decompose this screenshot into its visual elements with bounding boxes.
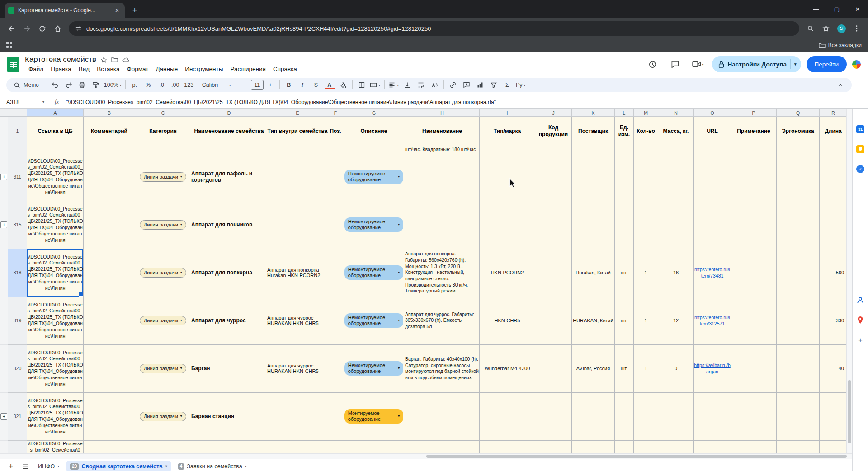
all-sheets-icon[interactable] <box>19 460 32 471</box>
header-cell-G[interactable]: Описание <box>343 117 405 146</box>
header-cell-A[interactable]: Ссылка в ЦБ <box>27 117 84 146</box>
cell-Q315[interactable] <box>777 201 820 249</box>
share-caret-icon[interactable]: ▾ <box>794 62 797 66</box>
dropdown-chip[interactable]: Монтируемое оборудование▾ <box>344 409 404 424</box>
cell-E319[interactable]: Аппарат для чуррос HURAKAN HKN-CHR5 <box>267 297 328 344</box>
row-header-321[interactable]: 321 <box>8 392 27 440</box>
cell-A321[interactable]: \\DSCLOUD\00_Processes_bim\02_Семейства\… <box>27 392 84 440</box>
header-cell-D[interactable]: Наименование семейства <box>191 117 267 146</box>
menu-Формат[interactable]: Формат <box>123 65 152 73</box>
tab-close-icon[interactable]: ✕ <box>113 6 121 14</box>
header-cell-I[interactable]: Тип/марка <box>480 117 535 146</box>
insert-comment-icon[interactable] <box>460 79 473 91</box>
cell-J319[interactable] <box>535 297 572 344</box>
vertical-scrollbar-thumb[interactable] <box>848 380 851 443</box>
cell-M[interactable] <box>634 146 658 153</box>
functions-button[interactable]: Σ <box>500 79 514 91</box>
cell-J[interactable] <box>535 146 572 153</box>
column-header-A[interactable]: A <box>27 109 84 117</box>
column-header-G[interactable]: G <box>343 109 405 117</box>
expand-group-button[interactable]: + <box>0 413 7 420</box>
cell-K[interactable] <box>572 440 615 453</box>
cell-O[interactable] <box>694 440 731 453</box>
header-cell-R[interactable]: Длина <box>820 117 847 146</box>
cell-C319[interactable]: Линия раздачи▾ <box>135 297 191 344</box>
cell-F[interactable] <box>328 146 343 153</box>
cell-O[interactable] <box>694 146 731 153</box>
row-header-320[interactable]: 320 <box>8 344 27 392</box>
column-header-H[interactable]: H <box>405 109 480 117</box>
cell-F[interactable] <box>328 440 343 453</box>
cell-F311[interactable] <box>328 153 343 201</box>
cell-H319[interactable]: Аппарат для чуррос. Габариты: 305x330x67… <box>405 297 480 344</box>
go-button[interactable]: Перейти <box>807 56 847 72</box>
chip-caret-icon[interactable]: ▾ <box>180 414 182 419</box>
home-icon[interactable] <box>50 21 65 36</box>
column-header-O[interactable]: O <box>694 109 731 117</box>
cell-A318[interactable]: \\DSCLOUD\00_Processes_bim\02_Семейства\… <box>27 249 84 297</box>
cell-M320[interactable]: 1 <box>634 344 658 392</box>
fill-color-icon[interactable] <box>336 79 350 91</box>
cell-E311[interactable] <box>267 153 328 201</box>
cell-K318[interactable]: Hurakan, Китай <box>572 249 615 297</box>
header-cell-E[interactable]: Тип внутри семейства <box>267 117 328 146</box>
keep-icon[interactable] <box>856 145 864 153</box>
horizontal-align-icon[interactable]: ▾ <box>387 79 401 91</box>
cell-R320[interactable]: 40 <box>820 344 847 392</box>
sheet-tab-active[interactable]: 20 Сводная картотека семейств ▾ <box>66 459 171 471</box>
sheet-tab-info[interactable]: ИНФО ▾ <box>33 459 64 471</box>
header-cell-L[interactable]: Ед. изм. <box>615 117 634 146</box>
apps-grid-icon[interactable] <box>6 42 13 48</box>
cell-E315[interactable] <box>267 201 328 249</box>
menu-Инструменты[interactable]: Инструменты <box>181 65 226 73</box>
chip-caret-icon[interactable]: ▾ <box>398 414 400 419</box>
dropdown-chip[interactable]: Линия раздачи▾ <box>140 172 186 182</box>
toolbar-search-menu[interactable]: Меню <box>11 82 43 89</box>
strikethrough-button[interactable]: S <box>309 79 323 91</box>
cell-K321[interactable] <box>572 392 615 440</box>
collapse-toolbar-icon[interactable] <box>834 79 847 91</box>
vertical-scrollbar[interactable] <box>846 109 852 453</box>
cell-L318[interactable]: шт. <box>615 249 634 297</box>
cell-link[interactable]: https://entero.ru/item/312571 <box>694 315 730 326</box>
cell-R311[interactable] <box>820 153 847 201</box>
cell-G[interactable] <box>343 146 405 153</box>
cell-D315[interactable]: Аппарат для пончиков <box>191 201 267 249</box>
cell-P311[interactable] <box>731 153 777 201</box>
cell-H315[interactable] <box>405 201 480 249</box>
filter-icon[interactable] <box>487 79 500 91</box>
cell-M[interactable] <box>634 440 658 453</box>
borders-icon[interactable] <box>355 79 368 91</box>
text-rotation-icon[interactable] <box>428 79 441 91</box>
column-header-M[interactable]: M <box>634 109 658 117</box>
row-header-315[interactable]: 315 <box>8 201 27 249</box>
cell-J315[interactable] <box>535 201 572 249</box>
cell-A[interactable]: \\DSCLOUD\00_Processes_bim\02_Семейства\… <box>27 440 84 453</box>
chip-caret-icon[interactable]: ▾ <box>180 174 182 179</box>
decrease-decimals-button[interactable]: .0 <box>155 79 169 91</box>
cell-F315[interactable] <box>328 201 343 249</box>
cell-E[interactable] <box>267 146 328 153</box>
column-header-Q[interactable]: Q <box>777 109 820 117</box>
minimize-button[interactable]: — <box>806 0 826 18</box>
grid-corner[interactable] <box>0 109 27 117</box>
insert-chart-icon[interactable] <box>473 79 487 91</box>
cell-link[interactable]: https://entero.ru/item/73481 <box>694 267 730 278</box>
chip-caret-icon[interactable]: ▾ <box>180 270 182 275</box>
cell-H[interactable]: шт/час. Квадратные: 180 шт/час <box>405 146 480 153</box>
site-settings-icon[interactable] <box>75 25 82 32</box>
dropdown-chip[interactable]: Немонтируемое оборудование▾ <box>344 170 404 184</box>
browser-menu-icon[interactable] <box>849 21 864 36</box>
insert-link-icon[interactable] <box>446 79 460 91</box>
chip-caret-icon[interactable]: ▾ <box>398 222 400 227</box>
cell-L320[interactable]: шт. <box>615 344 634 392</box>
undo-icon[interactable] <box>48 79 62 91</box>
cell-P321[interactable] <box>731 392 777 440</box>
cell-J320[interactable] <box>535 344 572 392</box>
chip-caret-icon[interactable]: ▾ <box>398 366 400 371</box>
cell-H[interactable] <box>405 440 480 453</box>
cell-P[interactable] <box>731 440 777 453</box>
all-bookmarks[interactable]: Все закладки <box>819 42 862 48</box>
menu-Правка[interactable]: Правка <box>47 65 75 73</box>
zoom-select[interactable]: 100%▾ <box>103 79 123 91</box>
